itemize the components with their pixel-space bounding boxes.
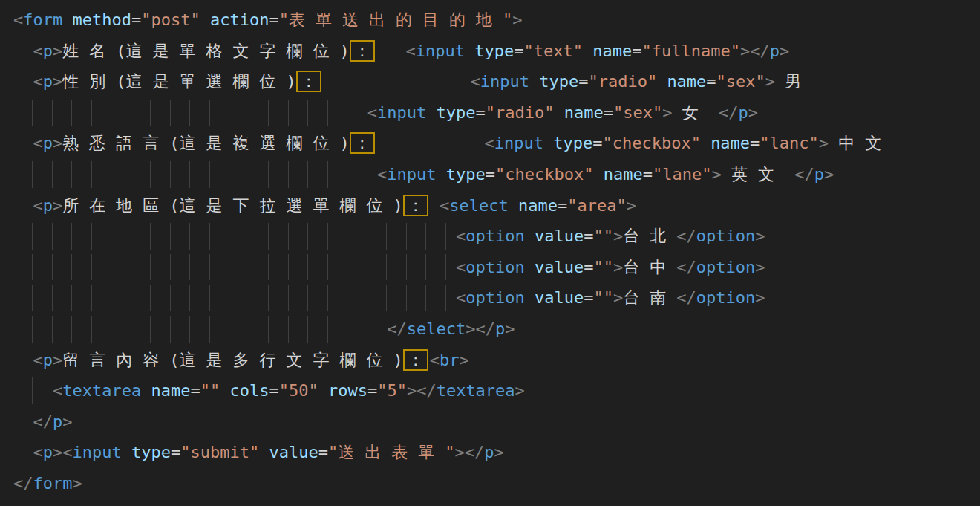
code-line[interactable]: <p>所在地區(這是下拉選單欄位)： <select name="area"> xyxy=(0,190,980,221)
code-line[interactable]: </p> xyxy=(0,406,980,438)
code-token: > xyxy=(494,443,503,461)
code-token: p xyxy=(738,103,748,122)
code-token: p xyxy=(43,72,53,91)
code-token: name xyxy=(710,134,750,152)
code-line[interactable]: <option value="">台南</option> xyxy=(0,282,980,314)
code-token: p xyxy=(43,134,53,152)
code-token xyxy=(141,381,151,400)
cjk-text: 英文 xyxy=(731,165,785,184)
code-token xyxy=(200,10,210,29)
code-token xyxy=(529,72,539,91)
code-token: type xyxy=(553,134,592,152)
code-token: value xyxy=(535,288,584,307)
cjk-text: 這是多行文字欄位 xyxy=(180,351,393,369)
code-token xyxy=(13,351,33,369)
code-token xyxy=(13,258,456,276)
code-token xyxy=(13,320,387,338)
cjk-text: 男 xyxy=(785,72,811,91)
unicode-highlight-box: ： xyxy=(350,133,374,153)
code-line[interactable]: </form> xyxy=(0,468,980,499)
code-token: option xyxy=(696,258,755,276)
code-token xyxy=(437,165,446,184)
code-line[interactable]: <textarea name="" cols="50" rows="5"></t… xyxy=(0,375,980,406)
code-token xyxy=(543,134,553,152)
code-token: 台中 xyxy=(623,258,676,276)
code-token: name xyxy=(151,381,190,400)
code-token: = xyxy=(592,134,602,152)
code-token: name xyxy=(592,42,632,60)
code-token: p xyxy=(770,42,780,60)
code-line[interactable]: </select></p> xyxy=(0,314,980,345)
code-token: = xyxy=(558,196,567,215)
code-token: option xyxy=(466,258,524,276)
cjk-text: 所在地區 xyxy=(62,196,169,215)
code-token: = xyxy=(632,42,641,60)
code-token: </ xyxy=(676,227,696,245)
code-token: = xyxy=(643,165,653,184)
cjk-text: 表單送出的目的地 xyxy=(289,10,503,29)
code-token xyxy=(122,443,131,461)
code-token: < xyxy=(470,72,480,91)
code-line[interactable]: <p><input type="submit" value="送出表單"></p… xyxy=(0,437,980,468)
code-line[interactable]: <form method="post" action="表單送出的目的地"> xyxy=(0,4,980,36)
code-token: = xyxy=(318,443,328,461)
code-token: = xyxy=(190,381,200,400)
code-token: p xyxy=(53,412,62,431)
code-token: cols xyxy=(229,381,269,400)
code-token xyxy=(465,42,474,60)
code-line[interactable]: <p>姓名(這是單格文字欄位)： <input type="text" name… xyxy=(0,36,980,67)
code-line[interactable]: <input type="checkbox" name="lane"> 英文 <… xyxy=(0,159,980,190)
code-token: = xyxy=(514,42,523,60)
code-token: 台南 xyxy=(623,288,676,307)
code-token: </ xyxy=(676,288,696,307)
code-token: "送出表單" xyxy=(328,443,455,461)
code-token: > xyxy=(613,227,623,245)
code-token: form xyxy=(23,10,62,29)
code-token: > xyxy=(53,351,62,369)
code-line[interactable]: <p>熟悉語言(這是複選欄位)： <input type="checkbox" … xyxy=(0,128,980,159)
code-token: "post" xyxy=(141,10,200,29)
code-token: > xyxy=(613,288,623,307)
code-token xyxy=(13,196,33,215)
code-editor[interactable]: <form method="post" action="表單送出的目的地"> <… xyxy=(0,0,980,506)
code-token: < xyxy=(33,351,43,369)
code-token: < xyxy=(33,196,43,215)
code-token: "text" xyxy=(523,42,582,60)
code-token: br xyxy=(440,351,460,369)
code-token: "checkbox" xyxy=(602,134,700,152)
code-token: > xyxy=(53,42,62,60)
code-line[interactable]: <p>留言內容(這是多行文字欄位)：<br> xyxy=(0,345,980,376)
code-token xyxy=(583,42,592,60)
code-token: "radio" xyxy=(486,103,555,122)
code-token: "fullname" xyxy=(641,42,739,60)
code-token: type xyxy=(474,42,514,60)
code-token: p xyxy=(43,42,53,60)
code-token xyxy=(13,288,456,307)
code-token: "sex" xyxy=(613,103,662,122)
code-token xyxy=(594,165,604,184)
code-line[interactable]: <option value="">台中</option> xyxy=(0,252,980,283)
code-token: name xyxy=(518,196,558,215)
code-token: < xyxy=(33,72,43,91)
code-token: > xyxy=(780,42,789,60)
code-token: "radio" xyxy=(588,72,657,91)
code-token xyxy=(13,227,456,245)
code-line[interactable]: <p>性別(這是單選欄位)： <input type="radio" name=… xyxy=(0,66,980,97)
code-token: 性別(這是單選欄位) xyxy=(62,72,296,91)
code-token: </ xyxy=(676,258,696,276)
code-token: > xyxy=(53,134,62,152)
code-token: name xyxy=(667,72,706,91)
code-token: 中文 xyxy=(829,134,892,152)
code-token: input xyxy=(73,443,122,461)
unicode-highlight-box: ： xyxy=(350,41,374,61)
code-line[interactable]: <input type="radio" name="sex"> 女 </p> xyxy=(0,97,980,129)
code-token: > xyxy=(512,10,522,29)
unicode-highlight-box: ： xyxy=(297,71,321,91)
code-token: </ xyxy=(33,412,53,431)
code-token: < xyxy=(456,258,466,276)
cjk-text: 這是單選欄位 xyxy=(126,72,287,91)
code-token: > xyxy=(72,474,82,493)
code-line[interactable]: <option value="">台北</option> xyxy=(0,221,980,252)
code-token: p xyxy=(43,196,53,215)
code-token: type xyxy=(446,165,486,184)
